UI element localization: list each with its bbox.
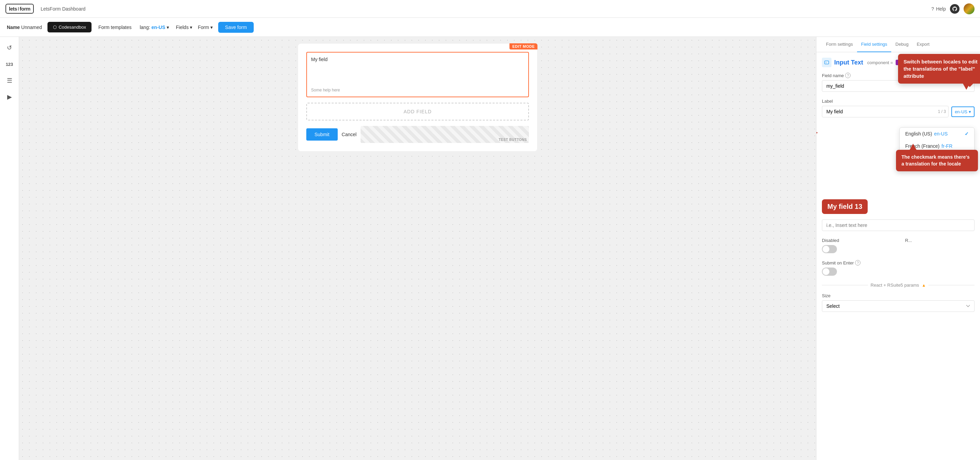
codesandbox-button[interactable]: ⬡ Codesandbox	[48, 22, 92, 32]
help-label: Help	[936, 6, 946, 12]
required-label: R...	[905, 238, 975, 243]
required-section: R...	[905, 238, 975, 245]
component-label: component =	[867, 60, 893, 65]
disabled-toggle[interactable]	[822, 245, 837, 253]
tab-debug[interactable]: Debug	[891, 37, 912, 52]
my-field-13: My field 13	[822, 199, 868, 214]
test-buttons-label: TEST BUTTONS	[499, 138, 527, 142]
field-label: My field	[311, 57, 524, 62]
tooltip3-text: The checkmark means there's a translatio…	[902, 154, 969, 167]
tooltip-switch-locales: Switch between locales to edit the trans…	[898, 54, 980, 84]
counter-button[interactable]: 123	[3, 57, 16, 71]
form-canvas: EDIT MODE My field Some help here ADD FI…	[298, 44, 537, 151]
codesandbox-label: Codesandbox	[59, 25, 86, 30]
chevron-form-icon: ▾	[210, 25, 213, 30]
panel-tabs: Form settings Field settings Debug Expor…	[816, 37, 980, 52]
fields-label: Fields	[176, 25, 188, 30]
disabled-section: Disabled	[822, 238, 892, 253]
logo-text2: form	[20, 6, 30, 12]
help-button[interactable]: ? Help	[931, 6, 946, 12]
locale-en-check: ✓	[965, 131, 969, 136]
avatar[interactable]	[964, 3, 975, 14]
toolbar: Name Unnamed ⬡ Codesandbox Form template…	[0, 18, 980, 37]
my-field-13-section: My field 13	[822, 199, 975, 217]
play-button[interactable]: ▶	[3, 90, 16, 104]
form-templates-button[interactable]: Form templates	[97, 25, 133, 30]
label-input-wrapper: 1 / 3	[822, 106, 948, 117]
top-nav: letsIform LetsForm Dashboard ? Help	[0, 0, 980, 18]
panel-content: T Input Text component = input-text ⧉ { …	[816, 52, 980, 460]
submit-on-enter-toggle[interactable]	[822, 268, 837, 276]
github-icon[interactable]	[950, 4, 959, 14]
cancel-button[interactable]: Cancel	[342, 132, 357, 137]
add-field-button[interactable]: ADD FIELD	[306, 103, 529, 121]
submit-button[interactable]: Submit	[306, 128, 338, 141]
locale-dropdown[interactable]: en-US ▾	[951, 106, 975, 117]
locale-item-en-us[interactable]: English (US) en-US ✓	[900, 128, 974, 140]
react-rsuite5-label: React + RSuite5 params	[871, 282, 919, 288]
right-panel: Form settings Field settings Debug Expor…	[816, 37, 980, 460]
logo-text: lets	[9, 6, 17, 12]
fields-button[interactable]: Fields ▾	[176, 25, 192, 30]
chevron-down-icon: ▾	[167, 25, 169, 30]
undo-button[interactable]: ↺	[3, 41, 16, 55]
locale-fr-code: fr-FR	[942, 143, 952, 149]
label-label: Label	[822, 98, 975, 104]
input-text-icon: T	[822, 58, 832, 67]
left-sidebar: ↺ 123 ☰ ▶	[0, 37, 19, 460]
tab-form-settings[interactable]: Form settings	[822, 37, 857, 52]
tab-export[interactable]: Export	[913, 37, 934, 52]
react-rsuite5-divider: React + RSuite5 params ▲	[822, 282, 975, 288]
lang-value: en-US	[152, 25, 165, 30]
field-help: Some help here	[311, 88, 524, 92]
logo[interactable]: letsIform	[5, 4, 34, 14]
svg-rect-0	[825, 61, 829, 64]
size-section: Size Select	[822, 293, 975, 312]
main-layout: ↺ 123 ☰ ▶ EDIT MODE My field Some help h…	[0, 37, 980, 460]
field-wrapper[interactable]: My field Some help here	[306, 52, 529, 97]
locale-en-code: en-US	[934, 131, 948, 136]
locale-chevron-icon: ▾	[969, 109, 971, 114]
tab-field-settings[interactable]: Field settings	[857, 37, 892, 52]
locale-value: en-US	[955, 109, 967, 114]
list-button[interactable]: ☰	[3, 74, 16, 87]
logo-cursor: I	[18, 6, 19, 12]
submit-enter-help-icon[interactable]: ?	[855, 260, 861, 265]
label-row: 1 / 3 en-US ▾	[822, 106, 975, 117]
form-name-display: Name Unnamed	[7, 25, 42, 30]
label-input[interactable]	[822, 106, 948, 117]
tooltip-checkmark: The checkmark means there's a translatio…	[896, 150, 978, 171]
codesandbox-icon: ⬡	[53, 25, 57, 30]
label-counter: 1 / 3	[938, 109, 946, 114]
placeholder-input[interactable]	[822, 219, 975, 231]
locale-en-label: English (US)	[905, 131, 932, 136]
lang-selector[interactable]: lang: en-US ▾	[138, 25, 170, 30]
name-label: Name	[7, 25, 20, 30]
form-button-label: Form	[198, 25, 209, 30]
field-name-help-icon[interactable]: ?	[845, 73, 851, 78]
edit-mode-badge: EDIT MODE	[509, 43, 538, 49]
size-label: Size	[822, 293, 975, 298]
form-buttons: Submit Cancel TEST BUTTONS	[306, 126, 529, 143]
submit-on-enter-label: Submit on Enter ?	[822, 260, 975, 265]
form-name: Unnamed	[21, 25, 42, 30]
save-form-button[interactable]: Save form	[218, 22, 254, 33]
placeholder-section	[822, 219, 975, 231]
submit-on-enter-section: Submit on Enter ?	[822, 260, 975, 276]
field-input[interactable]	[311, 65, 524, 85]
field-type-name: Input Text	[834, 59, 863, 66]
question-icon: ?	[931, 6, 934, 12]
app-title: LetsForm Dashboard	[41, 6, 86, 12]
canvas-area: EDIT MODE My field Some help here ADD FI…	[19, 37, 816, 460]
size-select[interactable]: Select	[822, 300, 975, 312]
triangle-icon: ▲	[922, 283, 926, 288]
chevron-fields-icon: ▾	[190, 25, 192, 30]
label-section: Label 1 / 3 en-US ▾ English (US)	[822, 98, 975, 117]
disabled-row: Disabled R...	[822, 238, 975, 253]
lang-label: lang:	[140, 25, 150, 30]
test-buttons-area: TEST BUTTONS	[361, 126, 529, 143]
tooltip1-text: Switch between locales to edit the trans…	[904, 59, 978, 79]
form-button[interactable]: Form ▾	[198, 25, 213, 30]
disabled-label: Disabled	[822, 238, 892, 243]
svg-text:T: T	[826, 62, 827, 64]
